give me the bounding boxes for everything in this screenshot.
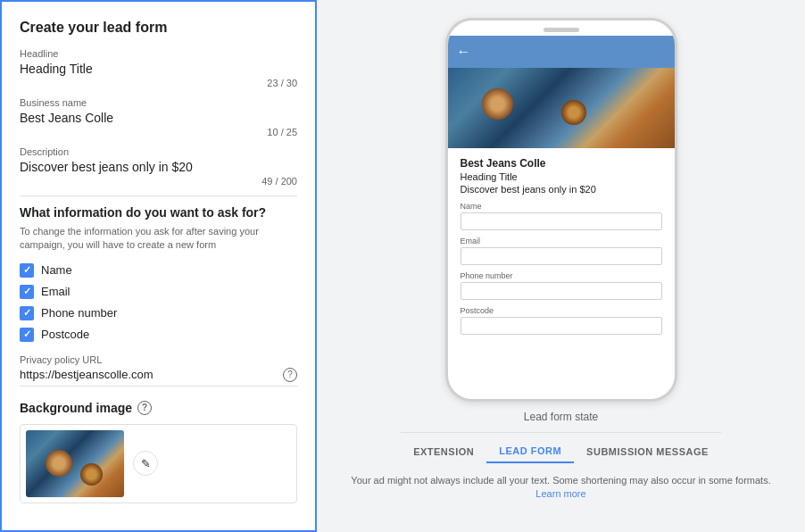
info-question: What information do you want to ask for? (20, 205, 297, 220)
checkbox-phone-label: Phone number (41, 306, 117, 320)
bg-image-info-icon[interactable]: ? (137, 401, 152, 415)
tab-submission-message[interactable]: SUBMISSION MESSAGE (574, 441, 721, 462)
privacy-info-icon[interactable]: ? (283, 368, 297, 382)
description-value[interactable]: Discover best jeans only in $20 (20, 160, 297, 174)
description-char-count: 49 / 200 (20, 176, 297, 187)
phone-field-name-label: Name (461, 202, 662, 211)
lead-form-state: Lead form state (524, 411, 598, 423)
bottom-note: Your ad might not always include all you… (347, 474, 776, 502)
headline-char-count: 23 / 30 (20, 78, 297, 88)
preview-panel: ← Best Jeans Colle Heading Title Discove… (317, 0, 805, 532)
phone-header: ← (448, 36, 675, 68)
checkbox-name-box[interactable] (20, 263, 34, 278)
edit-image-button[interactable]: ✎ (133, 451, 158, 476)
phone-input-email[interactable] (461, 247, 662, 265)
checkbox-email-label: Email (41, 285, 71, 298)
checkbox-postcode-box[interactable] (20, 328, 34, 342)
privacy-url-value[interactable]: https://bestjeanscolle.com (20, 368, 154, 381)
business-name-label: Business name (20, 97, 297, 108)
back-arrow-icon[interactable]: ← (457, 44, 471, 60)
description-label: Description (20, 146, 297, 157)
learn-more-link[interactable]: Learn more (535, 488, 585, 499)
phone-input-name[interactable] (461, 212, 662, 230)
tab-lead-form[interactable]: LEAD FORM (486, 440, 574, 463)
business-name-value[interactable]: Best Jeans Colle (20, 111, 297, 125)
phone-description: Discover best jeans only in $20 (461, 184, 662, 195)
checkbox-email-box[interactable] (20, 285, 34, 299)
checkbox-postcode-label: Postcode (41, 328, 89, 341)
phone-field-email-label: Email (461, 237, 662, 245)
privacy-policy-section: Privacy policy URL https://bestjeanscoll… (20, 354, 297, 387)
lead-form-panel: Create your lead form Headline Heading T… (0, 0, 317, 532)
phone-hero-image (448, 68, 675, 148)
phone-business-name: Best Jeans Colle (461, 157, 662, 170)
tabs-row: EXTENSION LEAD FORM SUBMISSION MESSAGE (401, 432, 721, 463)
checkbox-email[interactable]: Email (20, 285, 297, 299)
image-thumbnail-container: ✎ (20, 424, 297, 503)
phone-heading: Heading Title (461, 171, 662, 182)
checkbox-postcode[interactable]: Postcode (20, 328, 297, 342)
background-image-label: Background image ? (20, 401, 297, 415)
checkbox-name-label: Name (41, 263, 72, 277)
phone-field-phone-label: Phone number (461, 271, 662, 280)
phone-input-postcode[interactable] (461, 317, 662, 335)
phone-input-phone[interactable] (461, 282, 662, 300)
background-image-section: Background image ? ✎ (20, 401, 297, 503)
privacy-url-row: https://bestjeanscolle.com ? (20, 368, 297, 387)
checkbox-phone-box[interactable] (20, 306, 34, 320)
business-name-char-count: 10 / 25 (20, 127, 297, 137)
tab-extension[interactable]: EXTENSION (401, 441, 486, 462)
panel-title: Create your lead form (20, 20, 297, 36)
phone-content: Best Jeans Colle Heading Title Discover … (448, 148, 675, 350)
checkbox-name[interactable]: Name (20, 263, 297, 278)
background-image-thumbnail (26, 430, 124, 497)
privacy-policy-label: Privacy policy URL (20, 354, 297, 365)
headline-label: Headline (20, 48, 297, 59)
headline-value[interactable]: Heading Title (20, 62, 297, 76)
phone-speaker (544, 28, 579, 32)
phone-field-postcode-label: Postcode (461, 306, 662, 315)
phone-frame: ← Best Jeans Colle Heading Title Discove… (445, 18, 677, 402)
info-note: To change the information you ask for af… (20, 225, 297, 253)
checkbox-phone[interactable]: Phone number (20, 306, 297, 320)
divider-1 (20, 195, 297, 196)
